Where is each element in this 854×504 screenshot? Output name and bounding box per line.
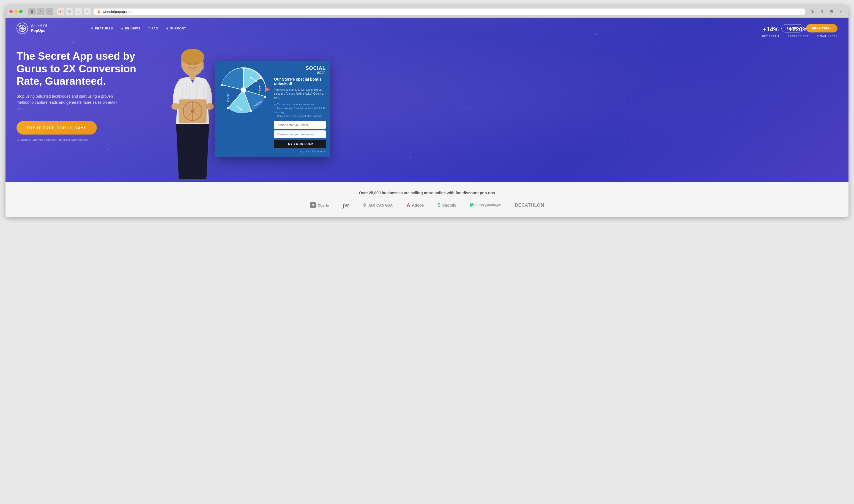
guaranteed-text: ⊙ 100% Guaranteed Results. No credit car… bbox=[17, 138, 149, 142]
oberlo-label: Oberlo bbox=[317, 203, 329, 208]
popup-desc: You have a chance to win a nice big fat … bbox=[274, 88, 326, 100]
add-button[interactable]: + bbox=[837, 8, 844, 15]
menu-extension[interactable]: ≡ bbox=[84, 8, 91, 15]
svg-point-36 bbox=[260, 77, 262, 79]
no-thanks-button[interactable]: No, I don't feel lucky ✕ bbox=[274, 150, 326, 153]
oberlo-icon: O bbox=[310, 202, 316, 208]
nav-item-reviews[interactable]: ★ REVIEWS bbox=[121, 27, 141, 30]
wheel-section: 50% OFF Nothing 40% OFF Almost 30% OFF bbox=[215, 61, 270, 157]
surveymonkey-label: SurveyMonkey® bbox=[475, 203, 501, 207]
maximize-dot[interactable] bbox=[19, 10, 22, 13]
surveymonkey-icon: M bbox=[470, 203, 474, 208]
adobe-label: Adobe bbox=[412, 203, 424, 208]
popup-brand: SOCIAL BEER bbox=[274, 66, 326, 74]
shopify-label: Shopify bbox=[442, 203, 456, 208]
jet-label: jet bbox=[343, 202, 349, 209]
close-dot[interactable] bbox=[10, 10, 13, 13]
nav-link-reviews[interactable]: ★ REVIEWS bbox=[121, 27, 141, 30]
free-trial-button[interactable]: FREE TRIAL bbox=[806, 24, 837, 33]
svg-point-26 bbox=[188, 62, 190, 65]
cta-button[interactable]: TRY IT FREE FOR 10 DAYS bbox=[17, 121, 97, 134]
lock-icon: 🔒 bbox=[97, 10, 101, 14]
popup-email-input[interactable] bbox=[274, 121, 326, 129]
reviews-icon: ★ bbox=[121, 27, 124, 30]
svg-text:30% OFF: 30% OFF bbox=[227, 93, 230, 102]
login-button[interactable]: LOGIN bbox=[781, 24, 803, 33]
nav-link-support[interactable]: ⊕ SUPPORT bbox=[166, 27, 186, 30]
faq-icon: ? bbox=[148, 27, 150, 30]
browser-action-buttons: ↻ ⬆ ⊞ + bbox=[809, 8, 844, 15]
adblock-extension[interactable]: ABP bbox=[57, 8, 65, 15]
logo-link[interactable]: Wheel Of PopUps bbox=[17, 22, 47, 34]
share-button[interactable]: ⬆ bbox=[818, 8, 826, 15]
logo-icon bbox=[17, 22, 28, 34]
browser-nav-buttons: ☰ ‹ › bbox=[28, 8, 53, 15]
browser-toolbar: ☰ ‹ › ABP 🛡 ↻ ≡ 🔒 wheelofpopups.com ↻ ⬆ … bbox=[5, 5, 849, 18]
hero-left-column: The Secret App used by Gurus to 2X Conve… bbox=[17, 44, 149, 158]
svg-text:Nothing: Nothing bbox=[259, 86, 261, 93]
svg-point-37 bbox=[264, 96, 266, 98]
back-button[interactable]: ‹ bbox=[37, 8, 44, 15]
check-icon: ⊙ bbox=[17, 138, 19, 142]
svg-point-16 bbox=[171, 103, 180, 110]
refresh-button[interactable]: ↻ bbox=[809, 8, 817, 15]
brand-logo-decathlon: DECATHLON bbox=[515, 203, 544, 208]
nav-actions: LOGIN FREE TRIAL bbox=[781, 24, 837, 33]
brand-logo-jet: jet bbox=[343, 202, 349, 209]
popup-inner: 50% OFF Nothing 40% OFF Almost 30% OFF bbox=[215, 61, 330, 157]
hero-subtext: Stop using outdated techniques and start… bbox=[17, 93, 121, 112]
wheel-container: 50% OFF Nothing 40% OFF Almost 30% OFF bbox=[220, 67, 267, 113]
svg-point-41 bbox=[241, 88, 246, 93]
nav-link-faq[interactable]: ? FAQ bbox=[148, 27, 159, 30]
brand-logo-air-canada: ✈ AIR CANADA bbox=[363, 202, 393, 208]
browser-window: ☰ ‹ › ABP 🛡 ↻ ≡ 🔒 wheelofpopups.com ↻ ⬆ … bbox=[5, 5, 849, 217]
svg-point-25 bbox=[191, 109, 194, 113]
brands-headline: Over 25,000 businesses are selling more … bbox=[17, 191, 837, 195]
svg-point-35 bbox=[242, 68, 244, 70]
air-canada-label: AIR CANADA bbox=[368, 203, 393, 208]
website-content: +14% NET PROFIT +220% CONVERSIONS +450% … bbox=[5, 18, 849, 217]
svg-point-27 bbox=[195, 62, 197, 65]
nav-item-faq[interactable]: ? FAQ bbox=[148, 27, 159, 30]
svg-point-39 bbox=[227, 107, 229, 109]
adobe-icon: A bbox=[407, 202, 410, 208]
logo-text: Wheel Of PopUps bbox=[31, 24, 47, 33]
popup-card: 50% OFF Nothing 40% OFF Almost 30% OFF bbox=[215, 61, 330, 157]
decathlon-label: DECATHLON bbox=[515, 203, 544, 208]
svg-point-38 bbox=[250, 110, 253, 112]
brands-section: Over 25,000 businesses are selling more … bbox=[5, 182, 849, 217]
close-icon: ✕ bbox=[324, 150, 326, 153]
nav-links: ⚙ FEATURES ★ REVIEWS ? FAQ bbox=[91, 27, 186, 30]
svg-point-40 bbox=[221, 84, 223, 86]
nav-item-support[interactable]: ⊕ SUPPORT bbox=[166, 27, 186, 30]
browser-dots bbox=[10, 10, 22, 13]
sidebar-toggle-button[interactable]: ☰ bbox=[28, 8, 36, 15]
minimize-dot[interactable] bbox=[14, 10, 18, 13]
popup-form-section: SOCIAL BEER Our Store's special bonus un… bbox=[270, 61, 330, 157]
hero-content: The Secret App used by Gurus to 2X Conve… bbox=[5, 39, 849, 182]
svg-marker-47 bbox=[265, 87, 270, 92]
brand-logo-surveymonkey: M SurveyMonkey® bbox=[470, 203, 501, 208]
nav-link-features[interactable]: ⚙ FEATURES bbox=[91, 27, 113, 30]
popup-rules: — You can spin the wheel only once. — If… bbox=[274, 102, 326, 118]
support-icon: ⊕ bbox=[166, 27, 169, 30]
nav-item-features[interactable]: ⚙ FEATURES bbox=[91, 27, 113, 30]
air-canada-icon: ✈ bbox=[363, 202, 367, 208]
forward-button[interactable]: › bbox=[46, 8, 53, 15]
spin-wheel-svg: 50% OFF Nothing 40% OFF Almost 30% OFF bbox=[220, 67, 267, 113]
features-icon: ⚙ bbox=[91, 27, 93, 30]
new-tab-button[interactable]: ⊞ bbox=[828, 8, 835, 15]
brand-logo-shopify: S Shopify bbox=[437, 203, 456, 208]
popup-name-input[interactable] bbox=[274, 130, 326, 138]
hero-section: +14% NET PROFIT +220% CONVERSIONS +450% … bbox=[5, 18, 849, 182]
brand-logo-adobe: A Adobe bbox=[407, 202, 424, 208]
other-extension[interactable]: ↻ bbox=[75, 8, 82, 15]
brands-logos: O Oberlo jet ✈ AIR CANADA A Adobe S Shop… bbox=[17, 202, 837, 209]
wheel-logo-svg bbox=[18, 24, 26, 32]
url-bar[interactable]: 🔒 wheelofpopups.com bbox=[93, 8, 805, 15]
shield-extension[interactable]: 🛡 bbox=[66, 8, 73, 15]
popup-title: Our Store's special bonus unlocked! bbox=[274, 77, 326, 86]
try-luck-button[interactable]: TRY YOUR LUCK bbox=[274, 140, 326, 148]
url-text: wheelofpopups.com bbox=[103, 10, 134, 14]
browser-extensions: ABP 🛡 ↻ ≡ bbox=[57, 8, 91, 15]
